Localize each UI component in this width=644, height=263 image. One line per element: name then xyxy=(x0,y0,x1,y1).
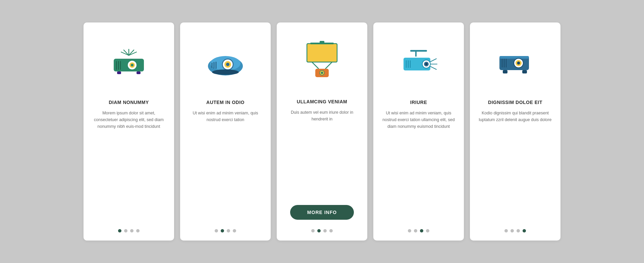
dot xyxy=(504,229,508,232)
dot-active xyxy=(317,229,321,232)
svg-rect-23 xyxy=(307,44,337,62)
dot xyxy=(124,229,127,232)
dot xyxy=(227,229,230,232)
dot-active xyxy=(221,229,224,232)
card-3-icon-area xyxy=(284,32,360,92)
svg-rect-32 xyxy=(410,50,427,52)
card-5-text: Kodio dignissim qui blandit praesent lup… xyxy=(477,110,553,222)
svg-rect-51 xyxy=(503,70,507,73)
card-4-text: Ut wisi enim ad minim veniam, quis nostr… xyxy=(381,110,457,222)
card-1-dots xyxy=(118,229,140,232)
card-1-icon-area xyxy=(91,33,167,93)
card-2-title: AUTEM IN ODIO xyxy=(206,100,245,105)
dot xyxy=(511,229,514,232)
card-1-text: Morem ipsum dolor sit amet, consectetuer… xyxy=(91,110,167,222)
card-1-title: DIAM NONUMMY xyxy=(109,100,149,105)
card-5-icon-area xyxy=(477,33,553,93)
card-2-text: Ut wisi enim ad minim veniam, quis nostr… xyxy=(187,110,263,222)
card-3-text: Duis autem vel eum iriure dolor in hendr… xyxy=(284,109,360,200)
dot xyxy=(130,229,133,232)
svg-rect-12 xyxy=(117,71,121,74)
dot xyxy=(517,229,520,232)
dot-active xyxy=(420,229,423,232)
dot-active xyxy=(523,229,526,232)
card-2-dots xyxy=(215,229,236,232)
svg-point-8 xyxy=(131,64,133,66)
dot xyxy=(408,229,411,232)
svg-line-25 xyxy=(325,62,332,69)
card-4: IRIURE Ut wisi enim ad minim veniam, qui… xyxy=(373,22,464,241)
projector-blue-icon xyxy=(204,41,247,85)
svg-point-28 xyxy=(321,72,323,74)
card-4-title: IRIURE xyxy=(410,100,427,105)
projector-rays-icon xyxy=(107,41,151,85)
svg-line-37 xyxy=(430,59,436,62)
svg-point-19 xyxy=(212,69,239,75)
card-5-title: DIGNISSIM DOLOE EIT xyxy=(488,100,542,105)
dot xyxy=(233,229,236,232)
card-3: ULLAMCING VENIAM Duis autem vel eum iriu… xyxy=(277,22,367,241)
card-4-icon-area xyxy=(381,33,457,93)
card-3-dots xyxy=(311,229,333,232)
svg-rect-44 xyxy=(499,56,529,59)
dot xyxy=(329,229,333,232)
card-2: AUTEM IN ODIO Ut wisi enim ad minim veni… xyxy=(180,22,271,241)
dot xyxy=(323,229,327,232)
cards-container: DIAM NONUMMY Morem ipsum dolor sit amet,… xyxy=(57,2,587,261)
dot xyxy=(215,229,218,232)
svg-point-36 xyxy=(425,63,427,65)
dot-active xyxy=(118,229,121,232)
camera-projector-icon xyxy=(397,41,440,85)
card-3-title: ULLAMCING VENIAM xyxy=(297,99,347,104)
more-info-button[interactable]: MORE INFO xyxy=(290,205,354,220)
card-1: DIAM NONUMMY Morem ipsum dolor sit amet,… xyxy=(84,22,174,241)
card-5: DIGNISSIM DOLOE EIT Kodio dignissim qui … xyxy=(470,22,560,241)
projector-screen-icon xyxy=(300,40,344,84)
svg-point-18 xyxy=(226,63,229,66)
card-2-icon-area xyxy=(187,33,263,93)
svg-rect-13 xyxy=(137,71,141,74)
card-5-dots xyxy=(504,229,526,232)
projector-stand-icon xyxy=(493,41,537,85)
card-4-dots xyxy=(408,229,429,232)
svg-line-24 xyxy=(312,62,319,69)
dot xyxy=(414,229,417,232)
dot xyxy=(136,229,140,232)
svg-point-47 xyxy=(517,62,520,65)
dot xyxy=(426,229,429,232)
svg-rect-52 xyxy=(522,70,527,73)
dot xyxy=(311,229,315,232)
svg-line-39 xyxy=(430,66,436,69)
svg-rect-30 xyxy=(320,41,324,43)
